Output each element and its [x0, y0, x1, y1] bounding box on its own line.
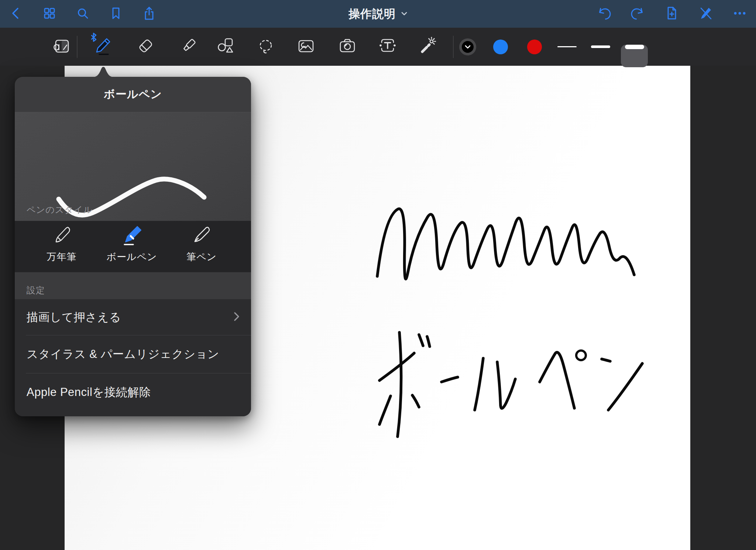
- highlighter-icon: [178, 36, 199, 58]
- medium-stroke-icon: [591, 45, 610, 48]
- pen-style-brush[interactable]: 筆ペン: [170, 221, 233, 272]
- pen-style-row: 万年筆 ボールペン 筆ペン: [15, 221, 251, 272]
- disclosure-chevron-icon: [234, 312, 239, 322]
- add-page-button[interactable]: [664, 6, 680, 22]
- camera-tool-button[interactable]: [335, 28, 360, 66]
- disable-drawing-button[interactable]: [698, 6, 714, 22]
- shapes-tool-button[interactable]: [214, 28, 239, 66]
- popover-title: ボールペン: [104, 87, 162, 102]
- pen-tool-button[interactable]: [90, 28, 115, 66]
- color-swatch-black[interactable]: [456, 28, 480, 66]
- image-icon: [296, 36, 316, 58]
- highlighter-tool-button[interactable]: [176, 28, 201, 66]
- thickness-medium-button[interactable]: [591, 28, 611, 66]
- lasso-tool-button[interactable]: [253, 28, 278, 66]
- tools-toolbar: [0, 28, 756, 66]
- popover-arrow: [92, 66, 115, 77]
- handwriting-bousupen: [379, 332, 642, 437]
- ballpoint-pen-icon: [121, 225, 143, 248]
- color-swatch-blue[interactable]: [491, 28, 510, 66]
- thickness-thick-button[interactable]: [625, 28, 645, 66]
- lasso-icon: [255, 36, 276, 58]
- swatch-chevron-down-icon: [465, 44, 471, 50]
- text-icon: [377, 36, 398, 58]
- redo-button[interactable]: [630, 6, 646, 22]
- pen-style-section-label: ペンのスタイル: [27, 204, 93, 216]
- pen-style-fountain[interactable]: 万年筆: [30, 221, 93, 272]
- stroke-preview-area: ペンのスタイル: [15, 112, 251, 221]
- title-chevron-down-icon: [401, 11, 408, 17]
- undo-icon: [596, 6, 612, 23]
- setting-row-stylus-palm-rejection[interactable]: スタイラス & パームリジェクション: [15, 335, 251, 373]
- toolbar-divider: [77, 36, 78, 58]
- note-app: 操作説明: [0, 0, 756, 550]
- laser-pointer-icon: [417, 36, 438, 58]
- add-page-icon: [664, 6, 680, 23]
- row-separator: [26, 335, 251, 335]
- thick-stroke-icon: [625, 45, 644, 49]
- eraser-tool-button[interactable]: [133, 28, 158, 66]
- eraser-icon: [135, 36, 156, 58]
- popover-header: ボールペン: [15, 77, 251, 112]
- pen-style-label: ボールペン: [106, 250, 157, 263]
- fountain-pen-icon: [51, 225, 73, 248]
- more-options-button[interactable]: [732, 6, 748, 22]
- handwriting-scribble: [377, 209, 634, 279]
- document-title: 操作説明: [348, 6, 396, 22]
- ellipsis-icon: [732, 6, 748, 23]
- row-separator: [26, 373, 251, 373]
- settings-section-label: 設定: [27, 284, 45, 296]
- pen-style-label: 筆ペン: [186, 250, 217, 263]
- brush-pen-icon: [190, 225, 213, 248]
- text-tool-button[interactable]: [375, 28, 400, 66]
- thickness-thin-button[interactable]: [557, 28, 577, 66]
- image-tool-button[interactable]: [293, 28, 319, 66]
- popover-bottom-padding: [15, 411, 251, 416]
- shapes-icon: [216, 36, 237, 58]
- camera-icon: [337, 36, 358, 58]
- pen-style-ballpoint-selected[interactable]: ボールペン: [100, 221, 163, 272]
- pen-crossed-icon: [698, 6, 714, 23]
- page-panel-tool-button[interactable]: [49, 28, 75, 66]
- document-title-button[interactable]: 操作説明: [348, 6, 408, 22]
- page-template-icon: [52, 36, 72, 58]
- laser-pointer-tool-button[interactable]: [415, 28, 440, 66]
- setting-row-disconnect-apple-pencil[interactable]: Apple Pencilを接続解除: [15, 373, 251, 411]
- settings-section-header: 設定: [15, 272, 251, 299]
- top-navigation-bar: 操作説明: [0, 0, 756, 28]
- toolbar-divider: [453, 36, 454, 58]
- thin-stroke-icon: [557, 46, 577, 47]
- color-swatch-red[interactable]: [525, 28, 544, 66]
- redo-icon: [630, 6, 646, 23]
- setting-row-draw-and-hold[interactable]: 描画して押さえる: [15, 299, 251, 335]
- undo-button[interactable]: [596, 6, 612, 22]
- pen-style-label: 万年筆: [47, 250, 77, 263]
- pen-settings-popover: ボールペン ペンのスタイル 万年筆 ボールペン: [15, 77, 251, 416]
- bluetooth-icon: [90, 33, 97, 44]
